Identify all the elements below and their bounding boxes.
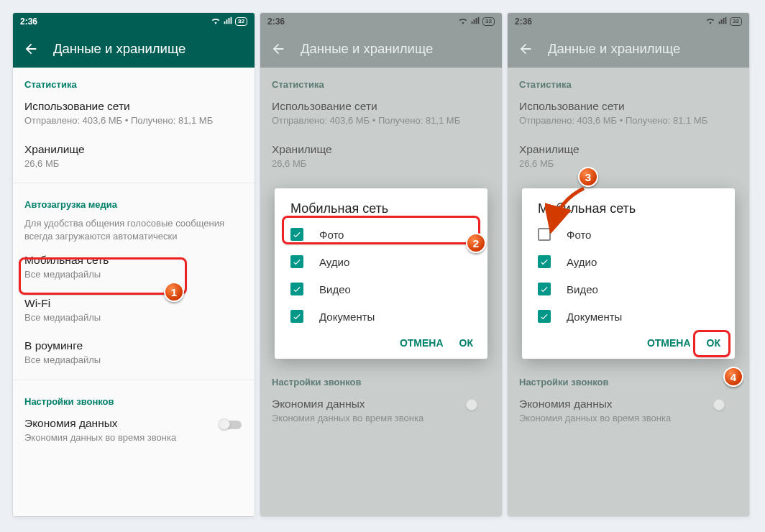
status-bar: 2:36 32 [260,13,502,30]
status-time: 2:36 [20,17,37,27]
section-calls: Настройки звонков [13,385,255,410]
toggle-data-saver[interactable] [219,418,243,431]
dialog-cancel[interactable]: ОТМЕНА [647,337,691,349]
toggle-data-saver[interactable] [466,399,490,412]
dialog-opt-video[interactable]: Видео [275,275,487,303]
phone-1: 2:36 32 Данные и хранилище Статистика Ис… [13,13,255,516]
status-time: 2:36 [515,17,532,27]
page-title: Данные и хранилище [301,41,433,57]
checkbox-photo-unchecked[interactable] [538,228,551,241]
toggle-data-saver[interactable] [713,399,738,412]
app-bar: Данные и хранилище [260,30,502,68]
status-right: 32 [458,17,495,27]
checkbox-photo[interactable] [290,228,303,241]
checkbox-audio[interactable] [290,255,303,268]
section-stats: Статистика [13,68,255,93]
dialog-opt-photo[interactable]: Фото [275,221,487,248]
dialog-ok[interactable]: ОК [707,337,720,349]
status-right: 32 [211,17,247,27]
back-icon[interactable] [270,41,286,57]
page-title: Данные и хранилище [53,41,185,57]
dialog-opt-photo[interactable]: Фото [522,221,735,248]
back-icon[interactable] [23,41,39,57]
battery-icon: 32 [730,17,742,26]
dialog-mobile-network: Мобильная сеть Фото Аудио Видео Документ… [275,188,487,359]
dialog-opt-docs[interactable]: Документы [522,303,735,330]
item-wifi[interactable]: Wi-Fi Все медиафайлы [13,290,255,333]
page-title: Данные и хранилище [548,41,680,57]
status-time: 2:36 [267,17,285,27]
phone-3: 2:36 32 Данные и хранилище Статистика Ис… [508,13,749,516]
dialog-cancel[interactable]: ОТМЕНА [400,337,444,349]
item-data-saver[interactable]: Экономия данных Экономия данных во время… [13,410,255,453]
dialog-ok[interactable]: ОК [459,337,473,349]
checkbox-video[interactable] [538,283,551,295]
battery-icon: 32 [482,17,495,26]
dialog-title: Мобильная сеть [522,201,735,221]
autodl-desc: Для удобства общения голосовые сообщения… [13,213,255,247]
dialog-opt-video[interactable]: Видео [522,275,735,303]
settings-content: Статистика Использование сети Отправлено… [13,68,255,516]
signal-icon [718,17,727,27]
item-roaming[interactable]: В роуминге Все медиафайлы [13,332,255,375]
app-bar: Данные и хранилище [13,30,255,68]
wifi-icon [705,17,715,27]
status-bar: 2:36 32 [13,13,255,30]
signal-icon [224,17,232,27]
checkbox-docs[interactable] [290,310,303,323]
item-net-usage[interactable]: Использование сети Отправлено: 403,6 МБ … [13,93,255,136]
status-bar: 2:36 32 [508,13,749,30]
signal-icon [471,17,480,27]
wifi-icon [458,17,468,27]
phone-2: 2:36 32 Данные и хранилище Статистика Ис… [260,13,502,516]
settings-content: Статистика Использование сети Отправлено… [260,68,502,516]
status-right: 32 [705,17,742,27]
section-autodl: Автозагрузка медиа [13,188,255,213]
wifi-icon [211,17,221,27]
item-storage[interactable]: Хранилище 26,6 МБ [13,136,255,179]
settings-content: Статистика Использование сети Отправлено… [508,68,749,516]
dialog-title: Мобильная сеть [275,201,487,221]
item-mobile[interactable]: Мобильная сеть Все медиафайлы [13,247,255,290]
dialog-opt-docs[interactable]: Документы [275,303,487,330]
back-icon[interactable] [518,41,533,57]
app-bar: Данные и хранилище [508,30,749,68]
checkbox-video[interactable] [290,283,303,295]
checkbox-audio[interactable] [538,255,551,268]
dialog-mobile-network: Мобильная сеть Фото Аудио Видео Документ… [522,188,735,359]
checkbox-docs[interactable] [538,310,551,323]
dialog-opt-audio[interactable]: Аудио [522,248,735,275]
dialog-opt-audio[interactable]: Аудио [275,248,487,275]
battery-icon: 32 [235,17,247,26]
